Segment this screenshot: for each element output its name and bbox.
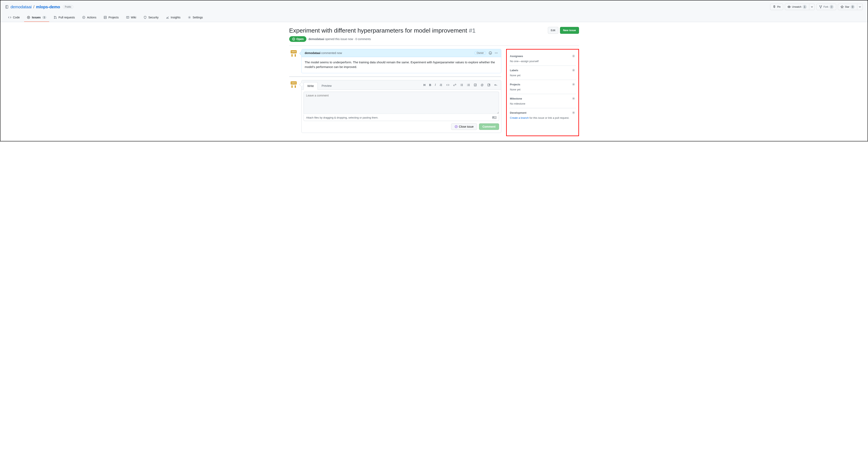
eye-icon bbox=[787, 5, 791, 8]
star-group: Star 0 bbox=[838, 4, 863, 10]
svg-text:3: 3 bbox=[467, 85, 468, 87]
assignees-none: No one— bbox=[510, 60, 521, 63]
tasklist-icon[interactable] bbox=[474, 83, 477, 87]
tab-insights[interactable]: Insights bbox=[163, 14, 183, 22]
create-branch-link[interactable]: Create a branch bbox=[510, 116, 529, 119]
tab-pulls-label: Pull requests bbox=[59, 16, 75, 19]
svg-point-47 bbox=[573, 84, 574, 85]
repo-owner-link[interactable]: demodataai bbox=[10, 5, 32, 9]
svg-point-36 bbox=[460, 85, 461, 85]
edit-issue-button[interactable]: Edit bbox=[548, 27, 558, 34]
composer-tab-preview[interactable]: Preview bbox=[318, 82, 336, 90]
watch-dropdown[interactable] bbox=[809, 4, 815, 10]
composer-tab-write[interactable]: Write bbox=[304, 82, 318, 90]
tab-settings-label: Settings bbox=[193, 16, 203, 19]
svg-rect-0 bbox=[6, 5, 8, 8]
tab-wiki[interactable]: Wiki bbox=[123, 14, 139, 22]
comment-textarea[interactable] bbox=[304, 92, 499, 114]
svg-point-22 bbox=[489, 52, 492, 55]
repo-name-link[interactable]: mlops-demo bbox=[36, 5, 60, 9]
sidebar-projects-title: Projects bbox=[510, 83, 520, 86]
bold-icon[interactable]: B bbox=[429, 83, 431, 87]
labels-none: None yet bbox=[510, 74, 575, 77]
kebab-button[interactable] bbox=[495, 52, 498, 55]
issue-title-text: Experiment with different hyperparameter… bbox=[289, 27, 467, 34]
tab-wiki-label: Wiki bbox=[131, 16, 136, 19]
timeline-composer: Write Preview H B I 123 bbox=[289, 76, 501, 133]
tab-projects[interactable]: Projects bbox=[101, 14, 122, 22]
reply-icon[interactable] bbox=[494, 83, 497, 87]
svg-rect-32 bbox=[294, 83, 296, 83]
comment-body: The model seems to underperform. The tra… bbox=[302, 57, 501, 73]
comment-button[interactable]: Comment bbox=[479, 123, 499, 130]
react-button[interactable] bbox=[489, 51, 492, 55]
issue-opened-text: opened this issue now · 0 comments bbox=[325, 37, 371, 41]
svg-rect-18 bbox=[293, 52, 294, 52]
sidebar-development-title: Development bbox=[510, 111, 527, 114]
tab-pulls[interactable]: Pull requests bbox=[51, 14, 78, 22]
svg-point-45 bbox=[573, 56, 574, 57]
mention-icon[interactable]: @ bbox=[480, 83, 484, 87]
avatar[interactable] bbox=[289, 49, 298, 58]
tab-actions[interactable]: Actions bbox=[79, 14, 99, 22]
gear-icon[interactable] bbox=[572, 83, 575, 86]
tab-code-label: Code bbox=[13, 16, 20, 19]
tab-settings[interactable]: Settings bbox=[185, 14, 206, 22]
tab-code[interactable]: Code bbox=[5, 14, 23, 22]
star-dropdown[interactable] bbox=[857, 4, 863, 10]
svg-rect-30 bbox=[292, 83, 292, 83]
star-count: 0 bbox=[850, 5, 855, 9]
gear-icon[interactable] bbox=[572, 111, 575, 114]
ul-icon[interactable] bbox=[460, 83, 463, 87]
comment-author[interactable]: demodataai bbox=[305, 52, 320, 55]
sidebar-assignees: Assignees No one—assign yourself bbox=[509, 52, 576, 66]
close-issue-button[interactable]: Close issue bbox=[451, 123, 477, 130]
gear-icon[interactable] bbox=[572, 55, 575, 58]
star-button[interactable]: Star 0 bbox=[838, 4, 857, 10]
svg-point-7 bbox=[54, 16, 55, 17]
svg-point-24 bbox=[491, 53, 491, 53]
tab-projects-label: Projects bbox=[108, 16, 119, 19]
avatar[interactable] bbox=[289, 80, 298, 89]
attach-hint[interactable]: Attach files by dragging & dropping, sel… bbox=[304, 114, 499, 121]
gear-icon[interactable] bbox=[572, 97, 575, 100]
issue-author[interactable]: demodataai bbox=[308, 37, 324, 41]
svg-rect-33 bbox=[291, 85, 292, 88]
svg-rect-17 bbox=[292, 52, 292, 52]
link-icon[interactable] bbox=[453, 83, 456, 87]
svg-point-6 bbox=[28, 17, 29, 18]
issues-count: 1 bbox=[42, 16, 46, 19]
sidebar-development: Development Create a branch for this iss… bbox=[509, 108, 576, 122]
code-icon[interactable] bbox=[446, 83, 450, 87]
new-issue-button[interactable]: New issue bbox=[560, 27, 579, 34]
issue-subheader: Open demodataai opened this issue now · … bbox=[289, 36, 545, 42]
tab-issues[interactable]: Issues 1 bbox=[24, 14, 49, 22]
svg-point-48 bbox=[573, 98, 574, 99]
italic-icon[interactable]: I bbox=[435, 83, 436, 87]
svg-rect-19 bbox=[294, 52, 296, 52]
divider bbox=[289, 45, 579, 46]
composer-toolbar: H B I 123 @ bbox=[423, 83, 499, 89]
development-rest: for this issue or link a pull request. bbox=[529, 116, 569, 119]
repo-sep: / bbox=[33, 5, 35, 9]
ol-icon[interactable]: 123 bbox=[467, 83, 470, 87]
assign-yourself-link[interactable]: assign yourself bbox=[521, 60, 538, 63]
projects-none: None yet bbox=[510, 88, 575, 91]
repo-actions: Pin Unwatch 1 Fork 0 Star bbox=[770, 4, 863, 10]
composer-box: Write Preview H B I 123 bbox=[301, 80, 501, 133]
crossref-icon[interactable] bbox=[487, 83, 491, 87]
pin-button[interactable]: Pin bbox=[770, 4, 783, 10]
pin-icon bbox=[773, 5, 776, 8]
quote-icon[interactable] bbox=[439, 83, 443, 87]
svg-point-9 bbox=[56, 18, 57, 19]
attach-hint-text: Attach files by dragging & dropping, sel… bbox=[306, 116, 378, 119]
sidebar-assignees-title: Assignees bbox=[510, 55, 523, 58]
tab-security[interactable]: Security bbox=[141, 14, 161, 22]
svg-point-27 bbox=[497, 53, 497, 54]
unwatch-button[interactable]: Unwatch 1 bbox=[785, 4, 809, 10]
fork-button[interactable]: Fork 0 bbox=[816, 4, 836, 10]
gear-icon[interactable] bbox=[572, 69, 575, 72]
heading-icon[interactable]: H bbox=[423, 83, 425, 87]
repo-title: demodataai / mlops-demo Public bbox=[5, 5, 73, 9]
repo-nav: Code Issues 1 Pull requests Actions Proj… bbox=[5, 14, 863, 22]
